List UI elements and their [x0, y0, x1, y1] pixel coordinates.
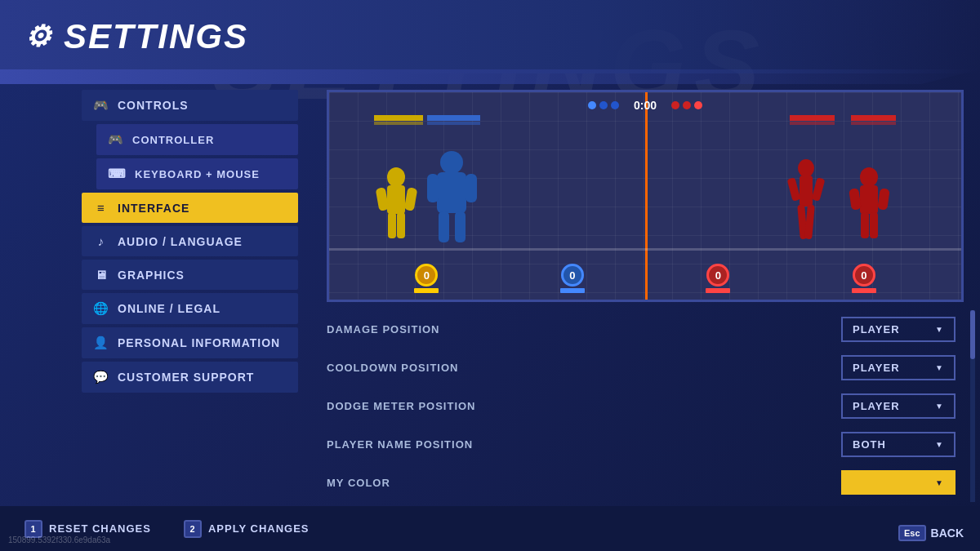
char-blue-header: [427, 115, 480, 127]
sidebar-label-online: ONLINE / LEGAL: [118, 302, 220, 315]
dot-red-1: [671, 101, 679, 109]
label-cooldown-position: COOLDOWN POSITION: [327, 362, 458, 374]
svg-point-8: [387, 167, 405, 187]
svg-point-26: [860, 167, 878, 187]
setting-row-damage: DAMAGE POSITION PLAYER ▼: [327, 313, 956, 345]
reset-changes-label: RESET CHANGES: [49, 522, 151, 535]
svg-rect-16: [427, 174, 439, 202]
svg-rect-1: [374, 122, 423, 125]
svg-rect-12: [388, 212, 396, 238]
svg-rect-27: [860, 185, 878, 214]
svg-rect-0: [374, 115, 423, 121]
svg-rect-17: [466, 174, 477, 202]
sidebar-item-controls[interactable]: 🎮 CONTROLS: [82, 90, 298, 121]
apply-changes-button[interactable]: 2 APPLY CHANGES: [184, 520, 310, 538]
char-red2: [847, 167, 892, 249]
main-content: 0:00: [327, 90, 964, 502]
dropdown-cooldown-position[interactable]: PLAYER ▼: [841, 355, 956, 380]
label-damage-position: DAMAGE POSITION: [327, 323, 440, 335]
dot-blue-2: [599, 101, 608, 109]
red-dots: [671, 101, 702, 109]
label-player-name-position: PLAYER NAME POSITION: [327, 438, 473, 451]
sidebar-item-keyboard[interactable]: ⌨ KEYBOARD + MOUSE: [96, 158, 298, 189]
svg-rect-25: [804, 205, 815, 240]
interface-icon: ≡: [93, 201, 109, 215]
sidebar-item-online[interactable]: 🌐 ONLINE / LEGAL: [82, 293, 298, 324]
bottom-bar: 1 RESET CHANGES 2 APPLY CHANGES: [0, 506, 980, 551]
svg-rect-19: [455, 211, 466, 242]
controls-icon: 🎮: [93, 98, 109, 113]
chevron-down-icon-4: ▼: [935, 440, 944, 449]
svg-rect-18: [439, 211, 449, 242]
dropdown-dodge-position[interactable]: PLAYER ▼: [841, 393, 956, 419]
svg-rect-2: [427, 115, 480, 121]
score-bar-red1: [706, 288, 730, 293]
audio-icon: ♪: [93, 234, 109, 248]
dropdown-player-name-position[interactable]: BOTH ▼: [841, 432, 956, 457]
dropdown-my-color[interactable]: ▼: [841, 470, 956, 495]
score-circle-red1: 0: [706, 264, 729, 287]
dropdown-dodge-value: PLAYER: [853, 400, 900, 412]
char-red1-header: [790, 115, 835, 127]
page-title: ⚙ SETTINGS: [24, 17, 248, 56]
back-button[interactable]: Esc BACK: [898, 525, 964, 541]
header-stripe: [0, 69, 980, 84]
svg-point-14: [440, 151, 463, 174]
score-circle-red2: 0: [853, 264, 875, 287]
svg-rect-31: [870, 212, 878, 238]
chevron-down-icon-3: ▼: [935, 402, 944, 411]
sidebar-label-support: CUSTOMER SUPPORT: [118, 371, 254, 384]
header: ⚙ SETTINGS: [0, 0, 980, 73]
svg-rect-28: [849, 188, 862, 210]
char-blue: [425, 151, 479, 249]
sidebar-item-interface[interactable]: ≡ INTERFACE: [82, 193, 298, 223]
score-blue: 0: [560, 264, 585, 293]
sidebar-label-graphics: GRAPHICS: [118, 269, 185, 282]
svg-rect-23: [812, 177, 826, 202]
chevron-down-icon-5: ▼: [935, 478, 944, 487]
blue-dots: [588, 101, 619, 109]
dropdown-damage-value: PLAYER: [853, 323, 900, 335]
sidebar-item-controller[interactable]: 🎮 CONTROLLER: [96, 124, 298, 155]
sidebar-label-interface: INTERFACE: [118, 202, 189, 215]
char-red1: [786, 159, 826, 249]
key-2-badge: 2: [184, 520, 202, 538]
dot-blue-3: [611, 101, 619, 109]
sidebar-item-graphics[interactable]: 🖥 GRAPHICS: [82, 260, 298, 290]
svg-rect-10: [376, 187, 390, 211]
score-circle-yellow: 0: [415, 264, 438, 287]
svg-rect-4: [790, 115, 835, 121]
svg-rect-5: [790, 122, 835, 125]
sidebar-label-controller: CONTROLLER: [132, 134, 214, 146]
svg-rect-22: [787, 177, 801, 202]
chevron-down-icon-2: ▼: [935, 363, 944, 372]
svg-point-20: [798, 159, 814, 177]
sidebar-item-support[interactable]: 💬 CUSTOMER SUPPORT: [82, 362, 298, 393]
dot-red-3: [694, 101, 702, 109]
chevron-down-icon: ▼: [935, 325, 944, 334]
score-yellow: 0: [414, 264, 439, 293]
dropdown-cooldown-value: PLAYER: [853, 362, 900, 374]
setting-row-cooldown: COOLDOWN POSITION PLAYER ▼: [327, 352, 956, 384]
personal-icon: 👤: [93, 335, 109, 350]
score-red1: 0: [706, 264, 730, 293]
settings-area: DAMAGE POSITION PLAYER ▼ COOLDOWN POSITI…: [327, 313, 964, 498]
sidebar-item-audio[interactable]: ♪ AUDIO / LANGUAGE: [82, 226, 298, 256]
sidebar-label-controls: CONTROLS: [118, 99, 189, 112]
dropdown-damage-position[interactable]: PLAYER ▼: [841, 317, 956, 342]
preview-hud: 0:00: [329, 99, 961, 112]
score-area: 0 0 0 0: [329, 264, 961, 293]
dot-blue-1: [588, 101, 596, 109]
dot-red-2: [683, 101, 691, 109]
sidebar-label-keyboard: KEYBOARD + MOUSE: [135, 168, 260, 180]
color-swatch: [853, 477, 918, 488]
label-my-color: MY COLOR: [327, 477, 390, 489]
svg-rect-29: [877, 188, 890, 210]
scrollbar[interactable]: [970, 310, 975, 502]
graphics-icon: 🖥: [93, 268, 109, 282]
scrollbar-thumb[interactable]: [970, 310, 975, 359]
sidebar-item-personal[interactable]: 👤 PERSONAL INFORMATION: [82, 327, 298, 358]
keyboard-icon: ⌨: [108, 167, 127, 181]
score-red2: 0: [852, 264, 876, 293]
svg-rect-21: [800, 176, 813, 207]
